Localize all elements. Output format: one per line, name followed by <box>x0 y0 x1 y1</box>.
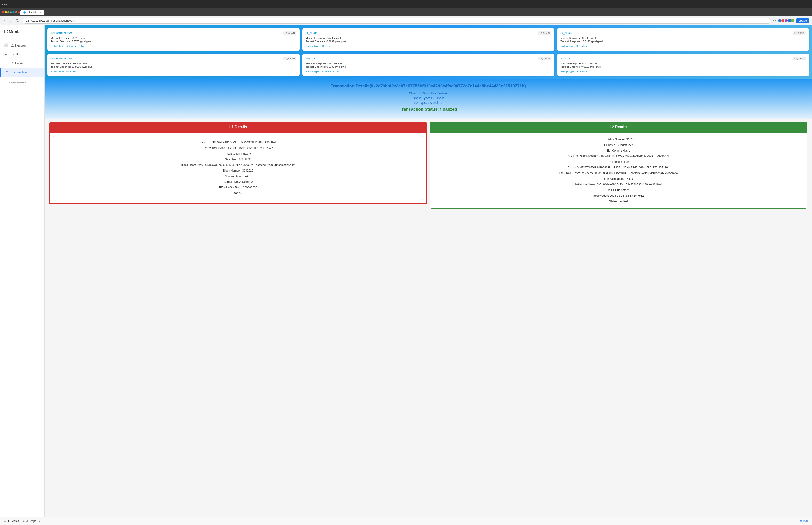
transaction-title: Transaction Details(0x2c7abaf2c3e87e9775… <box>49 84 807 89</box>
back-button[interactable]: ‹ <box>3 18 7 23</box>
chain-badge-1: L2_CHAIN <box>538 31 551 35</box>
mainnet-price-3: Mainnet Gasprice: Not Available <box>51 62 296 65</box>
rollup-type-4[interactable]: Rollup Type: Optimistic Rollup <box>306 70 551 73</box>
sidebar-item-label: Transaction <box>11 71 27 74</box>
bottom-bar: ⬇ L2Mania - 26 M....mp4 ▲ Show all <box>0 516 812 525</box>
chain-badge-5: L2_CHAIN <box>793 57 806 60</box>
app-container: L2Mania ⬜ L2 Explorer ✦ Landing ≡ L2 Ass… <box>0 25 812 525</box>
l1-to: To: 0x00ff932A6d70E2B8f1Eb4919e1e09C1923… <box>56 146 420 150</box>
l1-inner-box: From: 0x7B846eFe1B17493c153e95490381180B… <box>53 136 423 200</box>
chain-badge-3: L2_CHAIN <box>284 57 296 60</box>
download-progress-icon: ▲ <box>38 520 41 522</box>
chain-card-2: L2_CHAIN L2_CHAIN Mainnet Gasprice: Not … <box>557 28 809 51</box>
url-bar[interactable]: 127.0.0.1:3002/admin/transactionsearch <box>22 18 771 24</box>
l2-is-l1-originated: Is L1 Originated: <box>433 188 803 192</box>
close-tab-icon[interactable]: ✕ <box>40 11 42 14</box>
l1-confirmations: Confirmations: 64475 <box>56 174 420 178</box>
chain-name-1: L2_CHAIN <box>306 32 318 34</box>
active-tab[interactable]: 🔷 L2Mania ✕ <box>20 10 44 15</box>
l2-details-panel: L2 Details L1 Batch Number: 31638 L1 Bat… <box>430 122 807 209</box>
chain-type-info: Chain Type: L2 Chain <box>49 96 807 100</box>
sidebar-logo: L2Mania <box>0 25 44 39</box>
new-tab-icon[interactable]: + <box>45 10 49 14</box>
chain-card-0: POLYGON ZKEVM L2_CHAIN Mainnet Gasprice:… <box>47 28 300 51</box>
refresh-button[interactable]: ↻ <box>15 18 21 23</box>
sidebar-item-l2-explorer[interactable]: ⬜ L2 Explorer <box>0 41 44 50</box>
testnet-price-2: Testnet Gasprice: 13.7192 gwei gwei <box>561 40 806 43</box>
testnet-price-4: Testnet Gasprice: 0.0000 gwei gwei <box>306 65 551 68</box>
l1-details-panel: L1 Details From: 0x7B846eFe1B17493c153e9… <box>49 122 427 209</box>
tab-label: L2Mania <box>28 11 37 14</box>
l2-assets-icon: ≡ <box>4 61 8 65</box>
chain-card-4: MANTLE L2_CHAIN Mainnet Gasprice: Not Av… <box>302 54 554 76</box>
details-grid: L1 Details From: 0x7B846eFe1B17493c153e9… <box>45 119 812 213</box>
forward-button[interactable]: › <box>9 18 13 23</box>
l2-explorer-icon: ⬜ <box>4 43 8 47</box>
extension-icons: 🔵🔴🟣🟦🟩 <box>778 19 794 22</box>
sidebar-item-label: L2 Assets <box>10 62 24 65</box>
rollup-type-1[interactable]: Rollup Type: ZK Rollup <box>306 45 551 47</box>
chain-name-4: MANTLE <box>306 57 316 60</box>
show-all-button[interactable]: Show all <box>798 519 808 523</box>
sidebar-section-documentation: DOCUMENTATION <box>0 78 44 85</box>
l1-status: Status: 1 <box>56 191 420 195</box>
l2-commit-hash-label: Eth Commit Hash: <box>433 149 803 153</box>
update-button[interactable]: Update <box>796 18 809 23</box>
testnet-price-0: Testnet Gasprice: 3.3750 gwei gwei <box>51 40 296 43</box>
l1-gas-used: Gas Used: 10268696 <box>56 157 420 162</box>
sidebar-item-label: L2 Explorer <box>10 44 26 47</box>
testnet-price-1: Testnet Gasprice: 0.3631 gwei gwei <box>306 40 551 43</box>
mainnet-price-1: Mainnet Gasprice: Not Available <box>306 37 551 40</box>
chain-name-3: POLYGON ZKEVM <box>51 57 72 60</box>
l1-block-number: Block Number: 3002010 <box>56 168 420 173</box>
sidebar-item-label: Landing <box>10 52 21 56</box>
l2-execute-hash-label: Eth Execute Hash: <box>433 160 803 164</box>
rollup-type-5[interactable]: Rollup Type: ZK Rollup <box>561 70 806 73</box>
mainnet-price-4: Mainnet Gasprice: Not Available <box>306 62 551 65</box>
chain-name-2: L2_CHAIN <box>561 32 572 34</box>
rollup-type-2[interactable]: Rollup Type: ZK Rollup <box>561 45 806 47</box>
chain-info: Chain: ZkSync Era Testnet <box>49 91 807 95</box>
l1-body: From: 0x7B846eFe1B17493c153e95490381180B… <box>49 133 427 204</box>
rollup-type-3[interactable]: Rollup Type: ZK Rollup <box>51 70 296 73</box>
l2-batch-tx-index: L1 Batch Tx Index: 272 <box>433 143 803 147</box>
sidebar-item-l2-assets[interactable]: ≡ L2 Assets <box>0 59 44 68</box>
chain-cards-section: POLYGON ZKEVM L2_CHAIN Mainnet Gasprice:… <box>45 25 812 79</box>
l2-initiator-address: Initiator Address: 0x7b846efe1b17493c153… <box>433 182 803 186</box>
chain-card-1: L2_CHAIN L2_CHAIN Mainnet Gasprice: Not … <box>302 28 554 51</box>
transaction-status: Transaction Status: finalized <box>49 107 807 112</box>
sidebar: L2Mania ⬜ L2 Explorer ✦ Landing ≡ L2 Ass… <box>0 25 45 525</box>
chain-badge-4: L2_CHAIN <box>538 57 551 60</box>
l2-body: L1 Batch Number: 31638 L1 Batch Tx Index… <box>430 133 807 209</box>
chain-badge-0: L2_CHAIN <box>284 31 296 35</box>
browser-toolbar: ‹ › ↻ 127.0.0.1:3002/admin/transactionse… <box>0 16 812 25</box>
l2-prove-hash: Eth Prove Hash: 0x3caebfe6b3a5283d6866e4… <box>433 171 803 175</box>
sidebar-item-transaction[interactable]: ≡ Transaction <box>0 68 44 77</box>
rollup-type-0[interactable]: Rollup Type: Optimistic Rollup <box>51 45 296 47</box>
mainnet-price-0: Mainnet Gasprice: 0.0010 gwei <box>51 37 296 40</box>
mainnet-price-5: Mainnet Gasprice: Not Available <box>561 62 806 65</box>
chain-card-5: SCROLL L2_CHAIN Mainnet Gasprice: Not Av… <box>557 54 809 76</box>
testnet-price-5: Testnet Gasprice: 0.0010 gwei gwei <box>561 65 806 68</box>
l2-header: L2 Details <box>430 122 807 133</box>
bookmark-icon[interactable]: ☆ <box>773 19 776 22</box>
l2-status: Status: verified <box>433 199 803 204</box>
chain-card-header-4: MANTLE L2_CHAIN <box>306 57 551 60</box>
sidebar-nav: ⬜ L2 Explorer ✦ Landing ≡ L2 Assets ≡ Tr… <box>0 39 44 78</box>
l2-execute-hash: 0xd1bc0ed73171bf9082d8995188e138661e30ab… <box>433 165 803 170</box>
l1-effective-gas: EffectiveGasPrice: 250000000 <box>56 185 420 190</box>
l2-fee: Fee: 0xfe9a8d5b75800 <box>433 177 803 181</box>
chain-name-5: SCROLL <box>561 57 570 60</box>
mainnet-price-2: Mainnet Gasprice: Not Available <box>561 37 806 40</box>
sidebar-item-landing[interactable]: ✦ Landing <box>0 50 44 59</box>
browser-tabs: 🔴🟡🟢⚙️🌐📦🔖 🔷 L2Mania ✕ + <box>0 9 812 16</box>
l1-block-hash: Block Hash: 0xe09c8585e7337b3c6e050d57bb… <box>56 163 420 167</box>
l2-commit-hash: 0xe1c79b3303b80916417393a18333c842aad2b7… <box>433 154 803 159</box>
chain-cards-grid: POLYGON ZKEVM L2_CHAIN Mainnet Gasprice:… <box>45 25 812 79</box>
chain-card-header-1: L2_CHAIN L2_CHAIN <box>306 31 551 35</box>
download-icon: ⬇ <box>4 519 6 523</box>
chain-badge-2: L2_CHAIN <box>793 31 806 35</box>
testnet-price-3: Testnet Gasprice: 33.8000 gwei gwei <box>51 65 296 68</box>
transaction-icon: ≡ <box>4 70 9 74</box>
l1-cumulative-gas: CumulativeGasUsed: 0 <box>56 180 420 184</box>
